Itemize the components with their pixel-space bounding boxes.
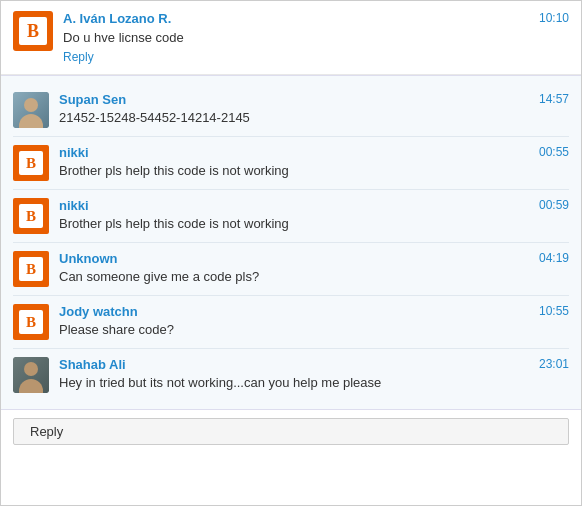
bottom-reply-bar: Reply <box>1 410 581 453</box>
reply-time: 04:19 <box>539 251 569 266</box>
reply-header: Jody watchn 10:55 <box>59 304 569 319</box>
reply-author: Supan Sen <box>59 92 126 107</box>
reply-body: nikki 00:55 Brother pls help this code i… <box>59 145 569 181</box>
reply-item: Supan Sen 14:57 21452-15248-54452-14214-… <box>13 84 569 137</box>
reply-author: nikki <box>59 145 89 160</box>
reply-author: nikki <box>59 198 89 213</box>
reply-header: Shahab Ali 23:01 <box>59 357 569 372</box>
reply-avatar <box>13 92 49 128</box>
reply-item: B nikki 00:55 Brother pls help this code… <box>13 137 569 190</box>
reply-header: nikki 00:55 <box>59 145 569 160</box>
reply-header: nikki 00:59 <box>59 198 569 213</box>
reply-body: Unknown 04:19 Can someone give me a code… <box>59 251 569 287</box>
reply-time: 23:01 <box>539 357 569 372</box>
reply-time: 00:59 <box>539 198 569 213</box>
reply-time: 10:55 <box>539 304 569 319</box>
reply-avatar: B <box>13 145 49 181</box>
reply-time: 14:57 <box>539 92 569 107</box>
reply-item: B Jody watchn 10:55 Please share code? <box>13 296 569 349</box>
reply-header: Supan Sen 14:57 <box>59 92 569 107</box>
reply-text: Please share code? <box>59 322 569 337</box>
comments-container: B A. Iván Lozano R. 10:10 Do u hve licns… <box>0 0 582 506</box>
reply-body: Shahab Ali 23:01 Hey in tried but its no… <box>59 357 569 393</box>
bottom-reply-button[interactable]: Reply <box>13 418 569 445</box>
reply-text: Can someone give me a code pls? <box>59 269 569 284</box>
main-commenter-name: A. Iván Lozano R. <box>63 11 171 26</box>
blogger-icon-small: B <box>19 204 43 228</box>
reply-author: Jody watchn <box>59 304 138 319</box>
reply-time: 00:55 <box>539 145 569 160</box>
main-comment-avatar: B <box>13 11 53 51</box>
blogger-icon-small: B <box>19 257 43 281</box>
reply-text: Brother pls help this code is not workin… <box>59 216 569 231</box>
main-reply-link[interactable]: Reply <box>63 50 94 64</box>
blogger-icon: B <box>19 17 47 45</box>
reply-body: nikki 00:59 Brother pls help this code i… <box>59 198 569 234</box>
main-comment-text: Do u hve licnse code <box>63 30 569 45</box>
reply-item: Shahab Ali 23:01 Hey in tried but its no… <box>13 349 569 401</box>
reply-body: Supan Sen 14:57 21452-15248-54452-14214-… <box>59 92 569 128</box>
reply-avatar: B <box>13 198 49 234</box>
reply-author: Shahab Ali <box>59 357 126 372</box>
reply-text: 21452-15248-54452-14214-2145 <box>59 110 569 125</box>
reply-header: Unknown 04:19 <box>59 251 569 266</box>
replies-section: Supan Sen 14:57 21452-15248-54452-14214-… <box>1 75 581 410</box>
reply-avatar: B <box>13 251 49 287</box>
reply-author: Unknown <box>59 251 118 266</box>
reply-body: Jody watchn 10:55 Please share code? <box>59 304 569 340</box>
main-comment-header: A. Iván Lozano R. 10:10 <box>63 11 569 26</box>
reply-item: B nikki 00:59 Brother pls help this code… <box>13 190 569 243</box>
reply-avatar: B <box>13 304 49 340</box>
reply-item: B Unknown 04:19 Can someone give me a co… <box>13 243 569 296</box>
reply-avatar <box>13 357 49 393</box>
main-comment-body: A. Iván Lozano R. 10:10 Do u hve licnse … <box>63 11 569 64</box>
reply-text: Brother pls help this code is not workin… <box>59 163 569 178</box>
main-comment-time: 10:10 <box>539 11 569 25</box>
blogger-icon-small: B <box>19 310 43 334</box>
blogger-icon-small: B <box>19 151 43 175</box>
main-comment: B A. Iván Lozano R. 10:10 Do u hve licns… <box>1 1 581 75</box>
reply-text: Hey in tried but its not working...can y… <box>59 375 569 390</box>
